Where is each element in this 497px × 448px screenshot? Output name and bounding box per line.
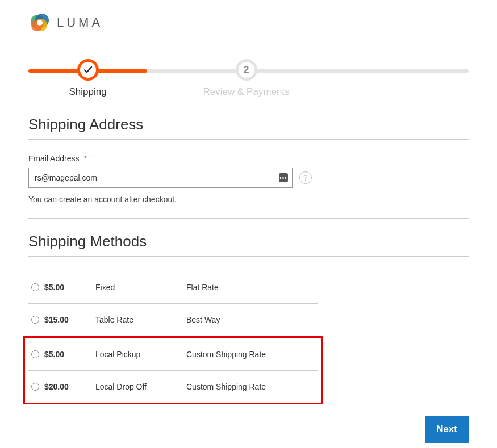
custom-rate-highlight: $5.00 Local Pickup Custom Shipping Rate … (23, 336, 323, 404)
shipping-method: Local Pickup (95, 350, 186, 359)
email-label: Email Address * (28, 154, 469, 163)
step-number-icon: 2 (236, 59, 257, 81)
check-icon (77, 59, 99, 81)
divider (28, 256, 469, 257)
shipping-carrier: Custom Shipping Rate (186, 350, 318, 359)
shipping-method: Fixed (95, 283, 186, 292)
footer-actions: Next (28, 416, 469, 443)
shipping-method-radio[interactable] (31, 283, 39, 291)
header: LUMA (28, 11, 469, 42)
shipping-price: $5.00 (44, 283, 95, 292)
shipping-price: $5.00 (44, 350, 95, 359)
shipping-carrier: Flat Rate (186, 283, 318, 292)
shipping-method-row[interactable]: $5.00 Fixed Flat Rate (28, 271, 318, 304)
brand-logo[interactable]: LUMA (28, 11, 103, 34)
email-field[interactable] (28, 168, 293, 188)
email-input-wrap: ••• (28, 168, 293, 188)
autofill-icon[interactable]: ••• (279, 173, 288, 182)
help-icon[interactable]: ? (299, 171, 312, 184)
next-button[interactable]: Next (425, 416, 469, 443)
shipping-method-row[interactable]: $20.00 Local Drop Off Custom Shipping Ra… (28, 371, 318, 403)
email-label-text: Email Address (28, 154, 79, 163)
shipping-method-row[interactable]: $15.00 Table Rate Best Way (28, 304, 318, 336)
step-review-payments[interactable]: 2 Review & Payments (147, 59, 345, 98)
email-hint: You can create an account after checkout… (28, 195, 469, 204)
shipping-carrier: Best Way (186, 315, 318, 324)
step-label: Review & Payments (147, 86, 345, 98)
shipping-carrier: Custom Shipping Rate (186, 382, 318, 391)
shipping-price: $15.00 (44, 315, 95, 324)
divider (28, 218, 469, 219)
shipping-price: $20.00 (44, 382, 95, 391)
shipping-methods-title: Shipping Methods (28, 233, 469, 250)
luma-logo-icon (28, 11, 51, 34)
brand-name: LUMA (57, 15, 103, 30)
step-shipping[interactable]: Shipping (28, 59, 147, 98)
checkout-progress: Shipping 2 Review & Payments (28, 59, 469, 93)
shipping-method: Local Drop Off (95, 382, 186, 391)
step-label: Shipping (28, 86, 147, 98)
shipping-methods-list: $5.00 Fixed Flat Rate $15.00 Table Rate … (28, 271, 318, 404)
shipping-method-row[interactable]: $5.00 Local Pickup Custom Shipping Rate (28, 338, 318, 371)
shipping-method-radio[interactable] (31, 316, 39, 324)
svg-point-4 (37, 20, 43, 26)
required-indicator: * (83, 154, 86, 163)
divider (28, 139, 469, 140)
shipping-method-radio[interactable] (31, 350, 39, 358)
shipping-method-radio[interactable] (31, 383, 39, 391)
shipping-address-title: Shipping Address (28, 116, 469, 133)
shipping-method: Table Rate (95, 315, 186, 324)
